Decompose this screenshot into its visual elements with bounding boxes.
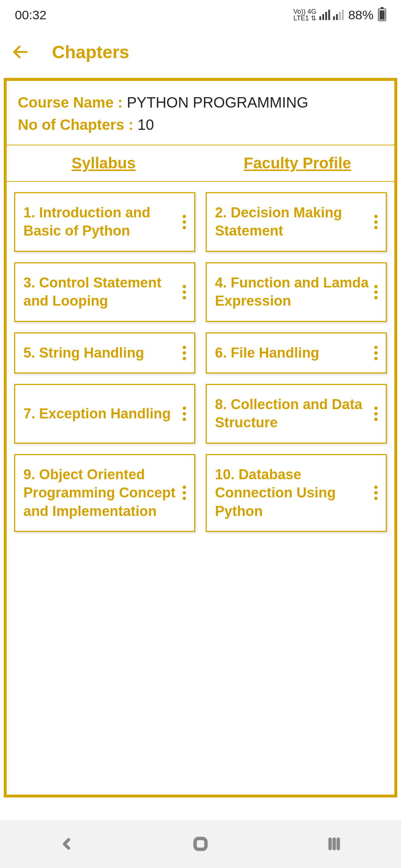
page-title: Chapters xyxy=(52,42,129,62)
back-button[interactable] xyxy=(11,43,30,61)
chapter-title: 4. Function and Lamda Expression xyxy=(215,274,372,310)
svg-rect-0 xyxy=(195,838,206,849)
tabs-row: Syllabus Faculty Profile xyxy=(7,145,394,182)
chapter-card[interactable]: 6. File Handling xyxy=(206,332,387,374)
more-icon[interactable] xyxy=(372,486,380,500)
more-icon[interactable] xyxy=(372,215,380,229)
system-nav-bar xyxy=(0,820,401,868)
chapter-card[interactable]: 10. Database Connection Using Python xyxy=(206,454,387,532)
course-name-row: Course Name : PYTHON PROGRAMMING xyxy=(18,91,383,114)
course-name-value: PYTHON PROGRAMMING xyxy=(127,94,308,111)
tab-syllabus[interactable]: Syllabus xyxy=(7,145,200,181)
arrow-left-icon xyxy=(11,43,30,61)
course-name-label: Course Name : xyxy=(18,94,127,111)
chapter-count-row: No of Chapters : 10 xyxy=(18,114,383,136)
status-right: Vo)) 4G LTE1 ⇅ 88% xyxy=(293,8,386,22)
course-info: Course Name : PYTHON PROGRAMMING No of C… xyxy=(7,81,394,145)
chapter-card[interactable]: 2. Decision Making Statement xyxy=(206,192,387,252)
square-icon xyxy=(192,836,209,852)
chapter-card[interactable]: 1. Introduction and Basic of Python xyxy=(14,192,195,252)
signal-icon xyxy=(319,10,330,20)
more-icon[interactable] xyxy=(180,486,188,500)
more-icon[interactable] xyxy=(180,215,188,229)
chapter-title: 3. Control Statement and Looping xyxy=(23,274,180,310)
chapters-grid: 1. Introduction and Basic of Python 2. D… xyxy=(7,182,394,542)
main-panel: Course Name : PYTHON PROGRAMMING No of C… xyxy=(4,78,397,798)
chapter-title: 9. Object Oriented Programming Concept a… xyxy=(23,466,180,520)
chapter-title: 6. File Handling xyxy=(215,344,372,362)
status-time: 00:32 xyxy=(15,8,46,22)
chapter-title: 7. Exception Handling xyxy=(23,405,180,423)
chapter-card[interactable]: 7. Exception Handling xyxy=(14,384,195,444)
nav-recent-button[interactable] xyxy=(316,833,353,855)
chapter-title: 8. Collection and Data Structure xyxy=(215,395,372,432)
chapter-count-label: No of Chapters : xyxy=(18,116,137,133)
chevron-left-icon xyxy=(59,836,74,851)
chapter-card[interactable]: 5. String Handling xyxy=(14,332,195,374)
more-icon[interactable] xyxy=(180,346,188,360)
more-icon[interactable] xyxy=(372,407,380,421)
tab-faculty-profile[interactable]: Faculty Profile xyxy=(200,145,394,181)
chapter-card[interactable]: 3. Control Statement and Looping xyxy=(14,262,195,322)
chapter-title: 1. Introduction and Basic of Python xyxy=(23,204,180,240)
chapter-title: 10. Database Connection Using Python xyxy=(215,466,372,520)
chapter-count-value: 10 xyxy=(137,116,154,133)
chapter-title: 2. Decision Making Statement xyxy=(215,204,372,240)
battery-icon xyxy=(378,9,386,21)
app-header: Chapters xyxy=(0,30,401,74)
more-icon[interactable] xyxy=(180,407,188,421)
chapter-title: 5. String Handling xyxy=(23,344,180,362)
more-icon[interactable] xyxy=(372,346,380,360)
more-icon[interactable] xyxy=(372,285,380,299)
more-icon[interactable] xyxy=(180,285,188,299)
chapter-card[interactable]: 4. Function and Lamda Expression xyxy=(206,262,387,322)
chapter-card[interactable]: 9. Object Oriented Programming Concept a… xyxy=(14,454,195,532)
battery-percentage: 88% xyxy=(348,8,374,22)
status-bar: 00:32 Vo)) 4G LTE1 ⇅ 88% xyxy=(0,0,401,30)
chapter-card[interactable]: 8. Collection and Data Structure xyxy=(206,384,387,444)
signal-icon xyxy=(333,10,344,20)
bars-icon xyxy=(326,836,342,852)
nav-home-button[interactable] xyxy=(182,833,219,855)
network-indicator: Vo)) 4G LTE1 ⇅ xyxy=(293,8,316,22)
nav-back-button[interactable] xyxy=(48,833,85,855)
